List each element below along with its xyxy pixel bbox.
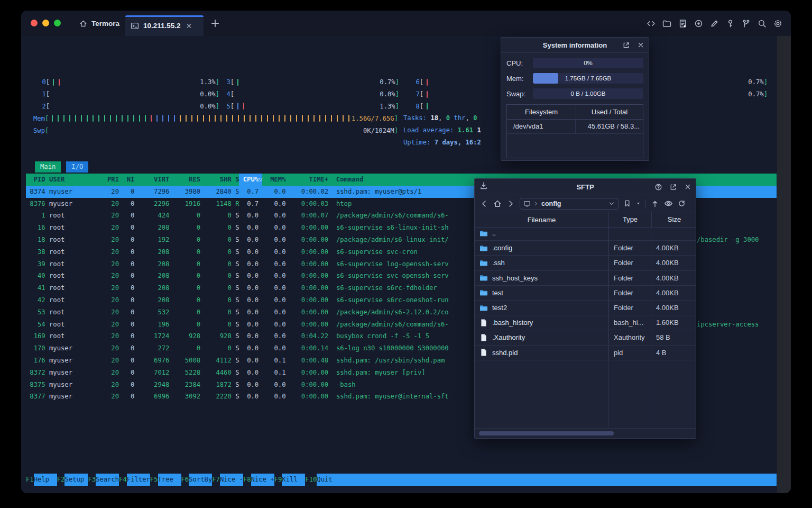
- cpu-meter-3: 3[0.7%]: [226, 76, 399, 88]
- fkey-f3[interactable]: F3: [88, 474, 96, 486]
- fkey-f5[interactable]: F5: [150, 474, 158, 486]
- fkey-f10[interactable]: F10: [305, 474, 317, 486]
- tab-home[interactable]: Termora: [72, 11, 127, 36]
- column-header-shr[interactable]: SHR: [200, 174, 232, 186]
- traffic-lights: [31, 20, 61, 26]
- file-row[interactable]: sshd.pidpid4 B: [475, 346, 696, 360]
- parent-directory-icon[interactable]: [651, 199, 659, 208]
- system-information-title-bar[interactable]: System information: [501, 38, 649, 53]
- pencil-icon[interactable]: [710, 19, 719, 28]
- column-header-pri[interactable]: PRI: [88, 174, 119, 186]
- column-header-user[interactable]: USER: [45, 174, 88, 186]
- bookmark-icon[interactable]: [623, 199, 631, 207]
- fkey-label-f1[interactable]: Help: [34, 474, 57, 486]
- fkey-f9[interactable]: F9: [274, 474, 282, 486]
- htop-tab-i-o[interactable]: I/O: [66, 161, 88, 173]
- gear-icon[interactable]: [773, 19, 782, 28]
- sftp-title-bar[interactable]: SFTP: [475, 179, 696, 195]
- record-icon[interactable]: [694, 19, 703, 28]
- file-type: Folder: [608, 241, 651, 255]
- chevron-right-icon: [533, 201, 539, 206]
- horizontal-scrollbar-thumb[interactable]: [479, 431, 614, 436]
- size-column-header[interactable]: Size: [651, 212, 697, 227]
- fkey-label-f8[interactable]: Nice +: [251, 474, 274, 486]
- fkey-label-f10[interactable]: Quit: [317, 474, 777, 486]
- file-table-header: Filename Type Size: [475, 212, 696, 228]
- cpu-meter-2: 2[0.0%]: [41, 101, 219, 113]
- column-header-cpu[interactable]: CPU%: [239, 174, 259, 186]
- help-icon[interactable]: [654, 183, 662, 191]
- file-row[interactable]: ssh_host_keysFolder4.00KB: [475, 271, 696, 286]
- file-row[interactable]: ..: [475, 226, 696, 241]
- key-icon[interactable]: [726, 19, 735, 28]
- fkey-label-f7[interactable]: Nice -: [220, 474, 243, 486]
- file-name: sshd.pid: [492, 349, 518, 357]
- bookmark-dropdown-icon[interactable]: [636, 201, 641, 206]
- search-icon[interactable]: [758, 19, 767, 28]
- file-row[interactable]: .XauthorityXauthority58 B: [475, 330, 696, 345]
- open-in-window-icon[interactable]: [622, 41, 630, 49]
- new-tab-button[interactable]: [210, 18, 220, 29]
- fkey-label-f4[interactable]: Filter: [127, 474, 150, 486]
- type-column-header[interactable]: Type: [608, 212, 651, 227]
- forward-icon[interactable]: [506, 199, 515, 208]
- folder-icon[interactable]: [662, 19, 671, 28]
- fkey-label-f6[interactable]: SortBy: [189, 474, 212, 486]
- file-size: 4 B: [651, 346, 696, 360]
- close-icon[interactable]: [637, 41, 644, 49]
- column-divider: [608, 226, 609, 429]
- stat-line: Load average: 1.61 1: [403, 124, 481, 137]
- htop-tab-main[interactable]: Main: [35, 161, 61, 173]
- htop-stats: Tasks: 18, 0 thr, 0Load average: 1.61 1U…: [403, 112, 481, 148]
- zoom-window-button[interactable]: [54, 20, 61, 26]
- column-header-time[interactable]: TIME+: [285, 174, 328, 186]
- fkey-f7[interactable]: F7: [212, 474, 220, 486]
- column-header-ni[interactable]: NI: [119, 174, 134, 186]
- fkey-f4[interactable]: F4: [119, 474, 127, 486]
- chevron-down-icon[interactable]: [608, 201, 615, 207]
- filesystem-column-header[interactable]: Filesystem: [507, 105, 576, 119]
- close-window-button[interactable]: [31, 20, 38, 26]
- filesystem-row[interactable]: /dev/vda145.61GB / 58.3...: [507, 120, 643, 134]
- fkey-label-f5[interactable]: Tree: [158, 474, 181, 486]
- sort-indicator: ▽: [259, 174, 262, 186]
- fkey-f1[interactable]: F1: [26, 474, 34, 486]
- open-in-window-icon[interactable]: [669, 183, 677, 191]
- terminal-scrollbar-gutter[interactable]: [777, 36, 791, 493]
- refresh-icon[interactable]: [678, 199, 686, 207]
- back-icon[interactable]: [480, 199, 488, 208]
- column-header-mem[interactable]: MEM%: [262, 174, 285, 186]
- home-icon[interactable]: [493, 199, 502, 208]
- fkey-label-f2[interactable]: Setup: [64, 474, 88, 486]
- filename-column-header[interactable]: Filename: [475, 216, 608, 224]
- file-row[interactable]: test2Folder4.00KB: [475, 301, 696, 315]
- branch-icon[interactable]: [742, 19, 751, 28]
- path-breadcrumb[interactable]: config: [520, 198, 619, 210]
- close-tab-icon[interactable]: ✕: [186, 22, 192, 30]
- close-icon[interactable]: [684, 183, 691, 190]
- column-header-pid[interactable]: PID: [26, 174, 45, 186]
- minimize-window-button[interactable]: [42, 20, 49, 26]
- code-icon[interactable]: [647, 19, 656, 28]
- file-name: test: [492, 289, 503, 297]
- file-row[interactable]: .sshFolder4.00KB: [475, 256, 696, 270]
- file-size: [651, 226, 696, 240]
- file-icon: [479, 333, 488, 342]
- fkey-label-f9[interactable]: Kill: [282, 474, 305, 486]
- fkey-f6[interactable]: F6: [181, 474, 189, 486]
- fkey-label-f3[interactable]: Search: [96, 474, 119, 486]
- file-row[interactable]: testFolder4.00KB: [475, 286, 696, 301]
- column-header-s[interactable]: S: [232, 174, 239, 186]
- log-document-icon[interactable]: [678, 19, 687, 28]
- show-hidden-files-icon[interactable]: [664, 199, 673, 208]
- file-row[interactable]: .configFolder4.00KB: [475, 241, 696, 256]
- column-header-res[interactable]: RES: [169, 174, 200, 186]
- file-row[interactable]: .bash_historybash_hi...1.60KB: [475, 315, 696, 330]
- file-type: bash_hi...: [608, 315, 651, 330]
- file-type: Folder: [608, 301, 651, 315]
- tab-session[interactable]: 10.211.55.2 ✕: [125, 15, 204, 36]
- column-header-virt[interactable]: VIRT: [134, 174, 169, 186]
- fkey-f2[interactable]: F2: [57, 474, 65, 486]
- used-total-column-header[interactable]: Used / Total: [576, 105, 643, 119]
- fkey-f8[interactable]: F8: [243, 474, 251, 486]
